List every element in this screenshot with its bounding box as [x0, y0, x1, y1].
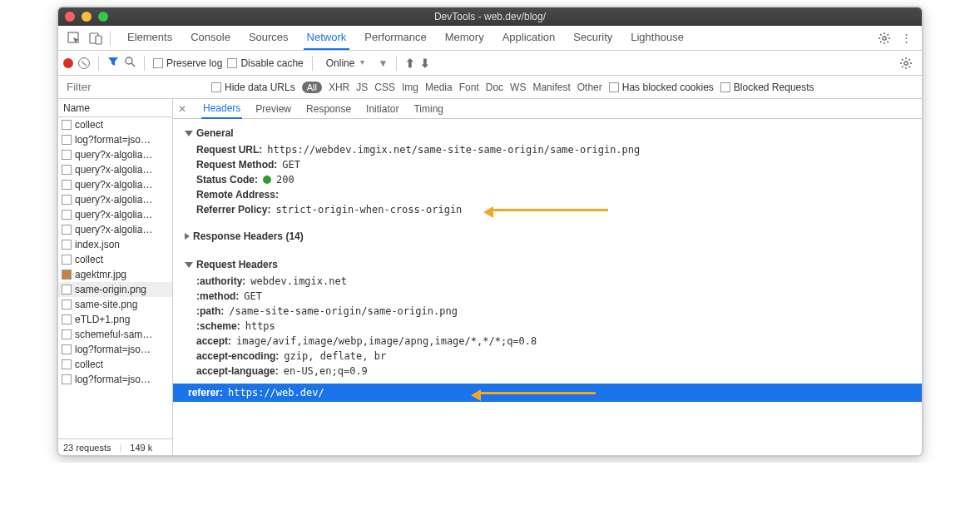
filter-type-xhr[interactable]: XHR: [329, 82, 349, 93]
status-code-value: 200: [276, 174, 294, 186]
tab-sources[interactable]: Sources: [245, 26, 292, 50]
method-label: :method:: [196, 290, 239, 302]
accept-encoding-label: accept-encoding:: [196, 350, 279, 362]
filter-type-other[interactable]: Other: [577, 82, 602, 93]
blocked-requests-checkbox[interactable]: Blocked Requests: [720, 82, 814, 93]
tab-network[interactable]: Network: [304, 26, 350, 50]
detail-tabs: ✕ Headers Preview Response Initiator Tim…: [173, 99, 922, 119]
upload-icon[interactable]: ⬆: [405, 57, 415, 70]
hide-data-urls-label: Hide data URLs: [225, 82, 295, 93]
main-split: Name collect log?format=jso… query?x-alg…: [58, 99, 922, 455]
detail-tab-timing[interactable]: Timing: [412, 100, 445, 118]
tab-application[interactable]: Application: [499, 26, 559, 50]
search-icon[interactable]: [124, 56, 136, 70]
general-header[interactable]: General: [181, 124, 913, 142]
accept-label: accept:: [196, 335, 231, 347]
detail-tab-headers[interactable]: Headers: [201, 99, 242, 119]
has-blocked-cookies-label: Has blocked cookies: [622, 82, 714, 93]
request-count: 23 requests: [63, 443, 111, 453]
request-row[interactable]: collect: [58, 252, 172, 267]
settings-icon[interactable]: [877, 31, 892, 46]
filter-type-doc[interactable]: Doc: [486, 82, 503, 93]
tab-list: Elements Console Sources Network Perform…: [124, 26, 687, 50]
referer-label: referer:: [188, 387, 223, 399]
device-toggle-icon[interactable]: [88, 31, 103, 46]
scheme-value: https: [245, 320, 275, 332]
accept-encoding-value: gzip, deflate, br: [284, 350, 386, 362]
tab-elements[interactable]: Elements: [124, 26, 176, 50]
accept-language-label: accept-language:: [196, 365, 279, 377]
request-row[interactable]: query?x-algolia…: [58, 207, 172, 222]
scheme-label: :scheme:: [196, 320, 240, 332]
filter-icon[interactable]: [107, 56, 119, 70]
request-row[interactable]: query?x-algolia…: [58, 192, 172, 207]
request-row[interactable]: log?format=jso…: [58, 132, 172, 147]
throttling-dropdown[interactable]: Online: [321, 56, 369, 71]
record-button[interactable]: [63, 58, 73, 68]
response-headers-header[interactable]: Response Headers (14): [181, 227, 913, 245]
filter-type-all[interactable]: All: [302, 82, 322, 93]
preserve-log-label: Preserve log: [166, 57, 222, 69]
path-value: /same-site-same-origin/same-origin.png: [229, 305, 458, 317]
window-title: DevTools - web.dev/blog/: [58, 11, 922, 22]
filter-type-css[interactable]: CSS: [374, 82, 395, 93]
clear-button[interactable]: [78, 57, 90, 69]
authority-value: webdev.imgix.net: [250, 275, 347, 287]
detail-tab-preview[interactable]: Preview: [254, 100, 293, 118]
disable-cache-checkbox[interactable]: Disable cache: [227, 57, 303, 69]
request-row[interactable]: same-site.png: [58, 297, 172, 312]
request-headers-header[interactable]: Request Headers: [181, 255, 913, 274]
request-list-header[interactable]: Name: [58, 99, 172, 117]
download-icon[interactable]: ⬇: [420, 57, 430, 70]
detail-tab-initiator[interactable]: Initiator: [364, 100, 400, 118]
filter-type-font[interactable]: Font: [459, 82, 479, 93]
response-headers-section: Response Headers (14): [173, 222, 922, 250]
network-settings-icon[interactable]: [898, 56, 913, 71]
request-row[interactable]: agektmr.jpg: [58, 267, 172, 282]
request-list: Name collect log?format=jso… query?x-alg…: [58, 99, 173, 455]
disable-cache-label: Disable cache: [240, 57, 303, 69]
request-row[interactable]: query?x-algolia…: [58, 147, 172, 162]
request-row[interactable]: log?format=jso…: [58, 342, 172, 357]
filter-type-manifest[interactable]: Manifest: [532, 82, 570, 93]
general-section: General Request URL:https://webdev.imgix…: [173, 119, 922, 222]
preserve-log-checkbox[interactable]: Preserve log: [153, 57, 222, 69]
tab-security[interactable]: Security: [570, 26, 616, 50]
hide-data-urls-checkbox[interactable]: Hide data URLs: [211, 82, 295, 93]
detail-tab-response[interactable]: Response: [304, 100, 353, 118]
filter-type-img[interactable]: Img: [402, 82, 418, 93]
tab-performance[interactable]: Performance: [361, 26, 429, 50]
filter-input[interactable]: [63, 79, 205, 95]
svg-line-5: [131, 63, 135, 67]
blocked-requests-label: Blocked Requests: [734, 82, 814, 93]
request-row[interactable]: collect: [58, 117, 172, 132]
request-row[interactable]: collect: [58, 357, 172, 372]
filter-type-js[interactable]: JS: [356, 82, 368, 93]
has-blocked-cookies-checkbox[interactable]: Has blocked cookies: [609, 82, 714, 93]
tab-console[interactable]: Console: [187, 26, 234, 50]
svg-point-3: [883, 36, 886, 39]
request-row[interactable]: log?format=jso…: [58, 372, 172, 387]
request-url-label: Request URL:: [196, 144, 262, 156]
tab-memory[interactable]: Memory: [442, 26, 488, 50]
request-row[interactable]: schemeful-sam…: [58, 327, 172, 342]
tab-lighthouse[interactable]: Lighthouse: [627, 26, 687, 50]
filter-bar: Hide data URLs All XHR JS CSS Img Media …: [58, 76, 922, 99]
remote-address-label: Remote Address:: [196, 189, 279, 201]
accept-value: image/avif,image/webp,image/apng,image/*…: [236, 335, 537, 347]
inspect-icon[interactable]: [67, 31, 82, 46]
request-row-selected[interactable]: same-origin.png: [58, 282, 172, 297]
filter-type-media[interactable]: Media: [425, 82, 453, 93]
request-row[interactable]: eTLD+1.png: [58, 312, 172, 327]
headers-content: General Request URL:https://webdev.imgix…: [173, 119, 922, 455]
request-row[interactable]: query?x-algolia…: [58, 177, 172, 192]
request-row[interactable]: query?x-algolia…: [58, 162, 172, 177]
panel-tabs: Elements Console Sources Network Perform…: [58, 26, 922, 51]
request-list-footer: 23 requests | 149 k: [58, 438, 172, 455]
request-row[interactable]: query?x-algolia…: [58, 222, 172, 237]
request-row[interactable]: index.json: [58, 237, 172, 252]
close-detail-icon[interactable]: ✕: [178, 103, 186, 115]
svg-rect-2: [96, 36, 101, 44]
filter-type-ws[interactable]: WS: [510, 82, 526, 93]
more-icon[interactable]: ⋮: [898, 31, 913, 46]
